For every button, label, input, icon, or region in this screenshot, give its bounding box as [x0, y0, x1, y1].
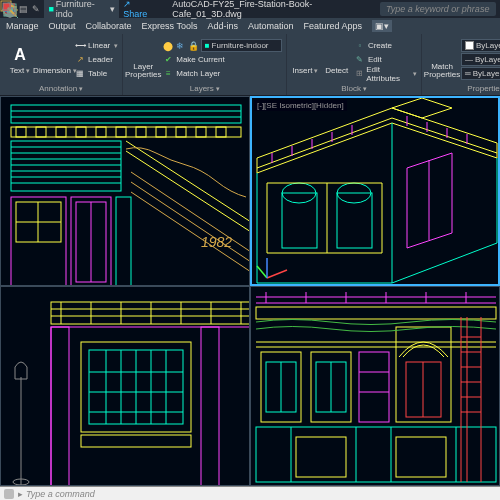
svg-rect-22	[156, 127, 166, 137]
color-combo[interactable]: ByLayer	[461, 39, 500, 52]
lightbulb-icon[interactable]: ⬤	[162, 40, 173, 52]
command-prompt: Type a command	[26, 489, 95, 499]
share-icon: ↗	[123, 0, 131, 9]
match-layer-button[interactable]: ≡Match Layer	[162, 67, 282, 80]
svg-rect-133	[396, 437, 446, 477]
svg-rect-58	[337, 193, 372, 248]
svg-line-46	[392, 118, 497, 153]
prompt-chevron-icon: ▸	[18, 489, 23, 499]
linetype-combo[interactable]: —ByLayer	[461, 53, 500, 66]
svg-rect-19	[96, 127, 106, 137]
insert-button[interactable]: Insert	[291, 36, 319, 83]
attributes-icon: ⊞	[354, 68, 364, 80]
viewport-bottom-left[interactable]	[0, 286, 250, 486]
svg-rect-20	[116, 127, 126, 137]
ribbon: A Text Dimension ⟷Linear ↗Leader ▦Table …	[0, 34, 500, 96]
insert-icon	[295, 45, 315, 65]
svg-line-67	[257, 266, 267, 278]
viewport-area: 1982 [-][SE Isometric][Hidden]	[0, 96, 500, 486]
command-line[interactable]: ▸ Type a command	[0, 486, 500, 500]
svg-rect-132	[296, 437, 346, 477]
text-button[interactable]: A Text	[4, 36, 36, 83]
table-icon: ▦	[74, 68, 86, 80]
detect-button[interactable]: Detect	[323, 36, 351, 83]
svg-rect-25	[216, 127, 226, 137]
freeze-icon[interactable]: ❄	[175, 40, 186, 52]
svg-line-45	[257, 118, 392, 168]
svg-rect-24	[196, 127, 206, 137]
viewport-top-right[interactable]: [-][SE Isometric][Hidden]	[250, 96, 500, 286]
chevron-down-icon: ▾	[110, 4, 115, 14]
svg-rect-18	[76, 127, 86, 137]
svg-rect-103	[256, 307, 496, 319]
linear-button[interactable]: ⟷Linear	[74, 39, 118, 52]
lamp-post	[13, 362, 29, 486]
linear-icon: ⟷	[74, 40, 86, 52]
svg-rect-16	[36, 127, 46, 137]
viewport-bottom-right[interactable]	[250, 286, 500, 486]
layer-combo[interactable]: ■Furniture-indoor	[201, 39, 282, 52]
svg-rect-15	[16, 127, 26, 137]
svg-rect-120	[359, 352, 389, 422]
share-button[interactable]: ↗ Share	[123, 0, 156, 19]
command-icon	[4, 489, 14, 499]
svg-rect-21	[136, 127, 146, 137]
svg-line-44	[131, 192, 250, 272]
color-swatch-icon	[465, 41, 474, 50]
menu-manage[interactable]: Manage	[6, 21, 39, 31]
match-layer-icon: ≡	[162, 68, 174, 80]
detect-icon	[327, 45, 347, 65]
make-current-button[interactable]: ✔Make Current	[162, 53, 282, 66]
svg-rect-90	[81, 435, 191, 447]
layer-properties-button[interactable]: Layer Properties	[127, 36, 159, 83]
leader-icon: ↗	[74, 54, 86, 66]
qat-icon[interactable]: ✎	[32, 4, 40, 14]
menu-output[interactable]: Output	[49, 21, 76, 31]
panel-properties: Match Properties ByLayer —ByLayer ═ByLay…	[422, 34, 500, 95]
layer-quick-dropdown[interactable]: ■ Furniture-indo ▾	[44, 0, 119, 20]
create-button[interactable]: ▫Create	[354, 39, 417, 52]
svg-rect-92	[201, 327, 219, 486]
lineweight-icon: ═	[465, 69, 471, 78]
table-button[interactable]: ▦Table	[74, 67, 118, 80]
document-title: AutoCAD-FY25_Fire-Station-Book-Cafe_01_3…	[172, 0, 374, 19]
svg-rect-23	[176, 127, 186, 137]
menu-express-tools[interactable]: Express Tools	[142, 21, 198, 31]
title-bar: ▤ ✎ ■ Furniture-indo ▾ ↗ Share AutoCAD-F…	[0, 0, 500, 18]
svg-rect-9	[3, 3, 10, 10]
panel-annotation: A Text Dimension ⟷Linear ↗Leader ▦Table …	[0, 34, 123, 95]
svg-rect-41	[116, 197, 131, 286]
line-icon: —	[465, 55, 473, 64]
dimension-icon	[45, 45, 65, 65]
panel-label[interactable]: Properties	[426, 83, 500, 93]
leader-button[interactable]: ↗Leader	[74, 53, 118, 66]
text-icon: A	[10, 45, 30, 65]
svg-line-43	[131, 182, 250, 262]
create-icon: ▫	[354, 40, 366, 52]
panel-label[interactable]: Layers	[127, 83, 282, 93]
year-text: 1982	[201, 234, 232, 250]
svg-rect-17	[56, 127, 66, 137]
menu-bar: Manage Output Collaborate Express Tools …	[0, 18, 500, 34]
dimension-button[interactable]: Dimension	[39, 36, 71, 83]
panel-block: Insert Detect ▫Create ✎Edit ⊞Edit Attrib…	[287, 34, 422, 95]
edit-icon: ✎	[354, 54, 366, 66]
menu-collaborate[interactable]: Collaborate	[86, 21, 132, 31]
panel-label[interactable]: Block	[291, 83, 417, 93]
lock-icon[interactable]: 🔒	[188, 40, 199, 52]
lineweight-combo[interactable]: ═ByLayer	[461, 67, 500, 80]
search-input[interactable]: Type a keyword or phrase	[380, 2, 496, 16]
menu-automation[interactable]: Automation	[248, 21, 294, 31]
svg-rect-56	[282, 193, 317, 248]
panel-label[interactable]: Annotation	[4, 83, 118, 93]
match-properties-icon	[432, 41, 452, 61]
menu-overflow[interactable]: ▣▾	[372, 20, 392, 32]
svg-rect-91	[51, 327, 69, 486]
edit-attributes-button[interactable]: ⊞Edit Attributes	[354, 67, 417, 80]
match-properties-button[interactable]: Match Properties	[426, 36, 458, 83]
viewport-top-left[interactable]: 1982	[0, 96, 250, 286]
ucs-icon	[257, 258, 287, 278]
qat-icon[interactable]: ▤	[19, 4, 28, 14]
menu-add-ins[interactable]: Add-ins	[207, 21, 238, 31]
menu-featured-apps[interactable]: Featured Apps	[304, 21, 363, 31]
